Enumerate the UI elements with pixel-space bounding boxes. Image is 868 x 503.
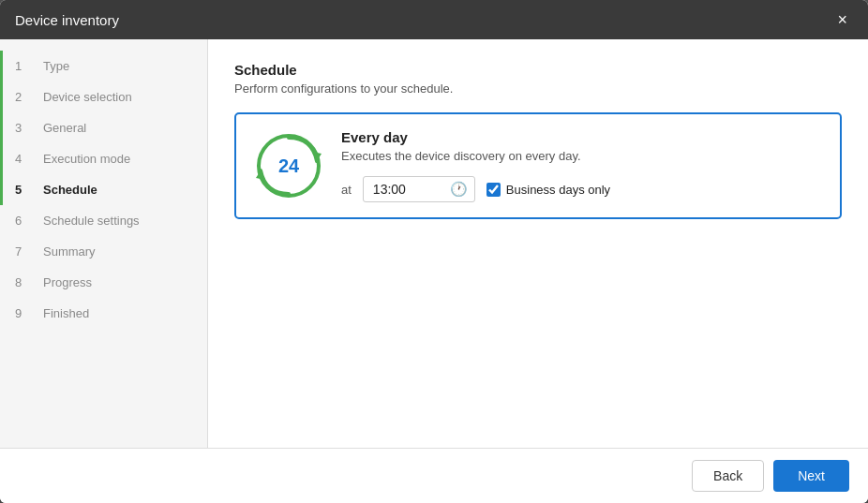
sidebar-item-schedule-settings[interactable]: 6 Schedule settings <box>0 205 207 236</box>
sidebar-label-general: General <box>43 121 86 135</box>
business-days-checkbox[interactable] <box>486 183 501 197</box>
section-subtitle: Perform configurations to your schedule. <box>234 81 842 96</box>
step-num-8: 8 <box>15 275 36 289</box>
back-button[interactable]: Back <box>692 460 764 492</box>
time-input[interactable] <box>363 176 475 202</box>
sidebar-label-schedule: Schedule <box>43 183 97 197</box>
svg-text:24: 24 <box>278 155 300 176</box>
section-title: Schedule <box>234 62 842 78</box>
modal-header: Device inventory × <box>0 0 868 39</box>
card-description: Executes the device discovery on every d… <box>341 149 821 163</box>
card-title: Every day <box>341 129 821 145</box>
sidebar-item-execution-mode[interactable]: 4 Execution mode <box>0 143 207 174</box>
step-num-3: 3 <box>15 121 36 135</box>
step-num-2: 2 <box>15 90 36 104</box>
sidebar-item-summary[interactable]: 7 Summary <box>0 236 207 267</box>
modal-footer: Back Next <box>0 448 868 503</box>
business-days-checkbox-wrap: Business days only <box>486 183 610 197</box>
step-num-5: 5 <box>15 183 36 197</box>
sidebar-item-device-selection[interactable]: 2 Device selection <box>0 81 207 112</box>
sidebar-label-progress: Progress <box>43 275 92 289</box>
sidebar-item-finished[interactable]: 9 Finished <box>0 298 207 329</box>
every-day-icon: 24 <box>256 133 322 199</box>
sidebar-label-schedule-settings: Schedule settings <box>43 214 140 228</box>
sidebar-item-general[interactable]: 3 General <box>0 112 207 143</box>
modal-body: 1 Type 2 Device selection 3 General 4 Ex… <box>0 39 868 448</box>
at-label: at <box>341 183 352 197</box>
step-num-1: 1 <box>15 59 36 73</box>
business-days-label[interactable]: Business days only <box>506 183 610 197</box>
next-button[interactable]: Next <box>773 460 849 492</box>
sidebar-label-finished: Finished <box>43 306 89 320</box>
sidebar-label-device-selection: Device selection <box>43 90 132 104</box>
step-num-7: 7 <box>15 244 36 259</box>
svg-marker-2 <box>256 170 265 180</box>
step-num-6: 6 <box>15 214 36 228</box>
step-num-4: 4 <box>15 152 36 166</box>
content-area: Schedule Perform configurations to your … <box>208 39 868 448</box>
sidebar-item-schedule[interactable]: 5 Schedule <box>0 174 207 205</box>
sidebar-item-progress[interactable]: 8 Progress <box>0 267 207 298</box>
sidebar: 1 Type 2 Device selection 3 General 4 Ex… <box>0 39 208 448</box>
modal-title: Device inventory <box>15 12 119 28</box>
sidebar-label-summary: Summary <box>43 244 96 259</box>
schedule-card: 24 Every day Executes the device discove… <box>234 112 842 219</box>
clock-icon-wrap: 24 <box>255 132 322 200</box>
close-button[interactable]: × <box>831 9 853 30</box>
device-inventory-modal: Device inventory × 1 Type 2 Device selec… <box>0 0 868 503</box>
time-input-wrap: 🕐 <box>363 176 475 202</box>
time-row: at 🕐 Business days only <box>341 176 821 202</box>
sidebar-label-execution-mode: Execution mode <box>43 152 130 166</box>
svg-marker-1 <box>312 152 322 161</box>
sidebar-item-type[interactable]: 1 Type <box>0 51 207 81</box>
card-info: Every day Executes the device discovery … <box>341 129 821 202</box>
step-num-9: 9 <box>15 306 36 320</box>
sidebar-label-type: Type <box>43 59 69 73</box>
